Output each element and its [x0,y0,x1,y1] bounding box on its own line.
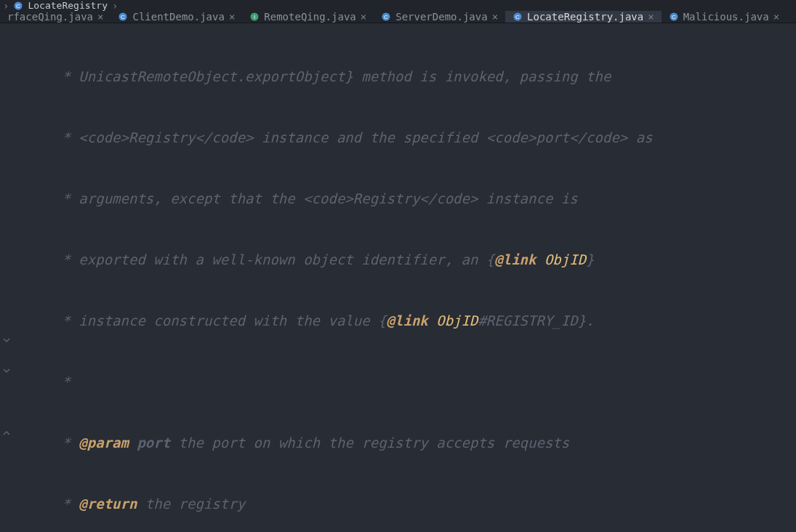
comment-text: } [586,251,594,267]
svg-text:C: C [384,14,388,20]
close-icon[interactable]: × [229,12,235,22]
javadoc-tag: @return [79,496,137,512]
java-class-icon: C [381,12,391,22]
fold-marker-icon[interactable] [1,336,12,346]
editor-tabs: rfaceQing.java × C ClientDemo.java × I R… [0,11,796,23]
code-line: * @return the registry [13,488,796,519]
chevron-right-icon: › [112,1,118,11]
code-line: * @param port the port on which the regi… [13,427,796,458]
gutter [0,23,13,532]
code-editor[interactable]: * UnicastRemoteObject.exportObject} meth… [0,23,796,532]
javadoc-ref: ObjID [428,313,478,329]
code-area[interactable]: * UnicastRemoteObject.exportObject} meth… [13,23,796,532]
code-line: * [13,366,796,397]
tab-label: RemoteQing.java [264,11,355,23]
comment-text: * exported with a well-known object iden… [54,251,494,267]
code-line: * <code>Registry</code> instance and the… [13,122,796,153]
close-icon[interactable]: × [773,12,779,22]
class-icon: C [13,1,23,11]
javadoc-ref: ObjID [536,251,586,267]
close-icon[interactable]: × [492,12,498,22]
tab-label: ClientDemo.java [132,11,224,23]
comment-text: * instance constructed with the value { [54,313,387,329]
code-line: * UnicastRemoteObject.exportObject} meth… [13,61,796,92]
java-class-icon: C [512,12,523,22]
fold-marker-icon[interactable] [1,366,12,376]
tab-remoteqing[interactable]: I RemoteQing.java × [242,11,374,23]
close-icon[interactable]: × [97,12,103,22]
tab-locateregistry[interactable]: C LocateRegistry.java × [505,11,662,23]
comment-text: #REGISTRY_ID}. [478,313,594,329]
tab-label: LocateRegistry.java [527,11,643,23]
tab-serverdemo[interactable]: C ServerDemo.java × [374,11,505,23]
svg-text:C: C [672,14,676,20]
code-line: * instance constructed with the value {@… [13,305,796,336]
java-class-icon: C [118,12,128,22]
comment-text: * UnicastRemoteObject.exportObject} meth… [54,68,611,84]
fold-marker-icon[interactable] [1,427,12,438]
breadcrumb: › C LocateRegistry › [0,0,796,11]
javadoc-tag: @param [79,435,129,451]
svg-text:C: C [515,14,520,20]
javadoc-tag: @link [494,251,536,267]
comment-text: * [54,496,79,512]
breadcrumb-item[interactable]: LocateRegistry [28,0,108,11]
tab-clientdemo[interactable]: C ClientDemo.java × [110,11,242,23]
tab-label: Malicious.java [683,11,769,23]
tab-malicious[interactable]: C Malicious.java × [662,11,787,23]
chevron-right-icon: › [3,1,9,11]
comment-text: * <code>Registry</code> instance and the… [54,129,653,145]
svg-text:C: C [121,14,126,20]
close-icon[interactable]: × [361,12,366,22]
tab-rfaceqing[interactable]: rfaceQing.java × [0,11,110,23]
code-line: * exported with a well-known object iden… [13,244,796,275]
comment-text: * [54,374,71,390]
svg-text:I: I [254,14,255,20]
comment-text: the registry [137,496,245,512]
tab-label: rfaceQing.java [7,11,93,23]
comment-text: * [54,435,79,451]
comment-text: the port on which the registry accepts r… [170,435,569,451]
code-line: * arguments, except that the <code>Regis… [13,183,796,214]
svg-text:C: C [17,3,21,9]
ide-root: › C LocateRegistry › rfaceQing.java × C … [0,0,796,532]
java-class-icon: C [669,12,679,22]
java-interface-icon: I [249,12,260,22]
javadoc-tag: @link [387,313,428,329]
javadoc-param-name: port [129,435,170,451]
close-icon[interactable]: × [648,12,654,22]
tab-label: ServerDemo.java [395,11,487,23]
comment-text: * arguments, except that the <code>Regis… [54,190,578,206]
